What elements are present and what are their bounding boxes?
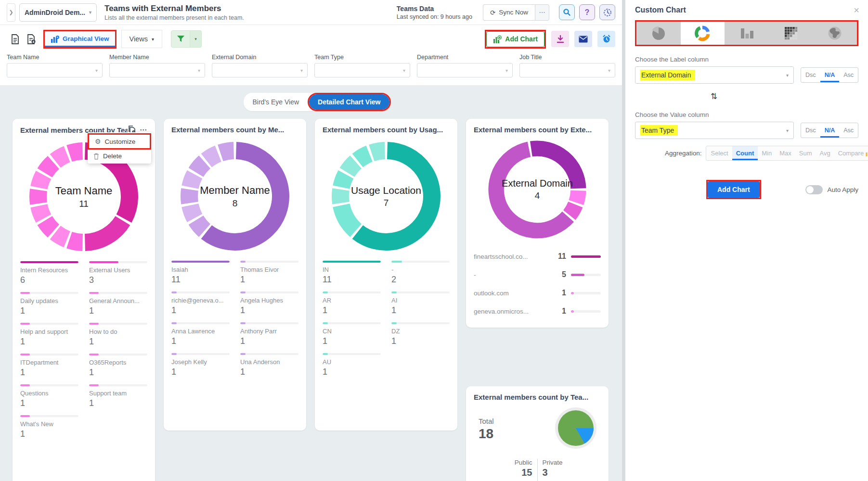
pie-chart <box>554 406 598 450</box>
filter-select-team-type[interactable]: ▾ <box>314 63 410 77</box>
legend-item-daily-updates: Daily updates 1 <box>20 292 78 316</box>
views-dropdown[interactable]: Views ▾ <box>121 30 162 48</box>
table-view-button[interactable] <box>7 31 23 47</box>
trash-icon <box>93 153 99 160</box>
auto-apply-toggle[interactable] <box>805 185 823 194</box>
filter-select-department[interactable]: ▾ <box>417 63 513 77</box>
help-button[interactable]: ? <box>579 4 595 20</box>
sort-option-asc[interactable]: Asc <box>839 123 858 138</box>
donut-chart <box>329 139 443 253</box>
sync-now-button[interactable]: ⟳ Sync Now <box>483 4 535 21</box>
alert-button[interactable] <box>597 31 615 47</box>
donut-chart <box>486 139 588 240</box>
aggregation-option-count[interactable]: Count <box>732 146 758 160</box>
legend-label: fineartsschool.co... <box>474 253 555 260</box>
document-icon <box>11 34 20 44</box>
aggregation-option-sum[interactable]: Sum <box>795 146 816 160</box>
view-toggle: Bird's Eye View Detailed Chart View <box>244 93 390 111</box>
legend-label: Intern Resources <box>20 266 78 274</box>
legend-label: Support team <box>89 390 147 397</box>
legend-label: CN <box>323 328 381 335</box>
graphical-view-tab[interactable]: Graphical View <box>45 31 115 47</box>
legend-value: 1 <box>391 336 450 346</box>
legend-label: Daily updates <box>20 297 78 304</box>
chart-type-pie-icon[interactable] <box>636 22 681 45</box>
toolbar-right: Add Chart <box>485 30 615 49</box>
filter-field-member-name: Member Name ▾ <box>109 54 205 77</box>
legend-value: 1 <box>562 307 566 316</box>
close-icon[interactable]: × <box>854 5 859 16</box>
add-chart-button[interactable]: Add Chart <box>486 31 544 47</box>
filter-select-team-name[interactable]: ▾ <box>7 63 103 77</box>
filter-select-member-name[interactable]: ▾ <box>109 63 205 77</box>
aggregation-option-max[interactable]: Max <box>776 146 795 160</box>
filter-group: ▾ <box>171 30 202 48</box>
legend-item-general-announ: General Announ... 1 <box>89 292 147 316</box>
value-column-select[interactable]: Team Type ▾ <box>635 122 794 139</box>
sort-option-dsc[interactable]: Dsc <box>801 68 820 82</box>
legend-label: richie@geneva.o... <box>171 297 230 304</box>
aggregation-option-avg[interactable]: Avg <box>816 146 834 160</box>
legend-label: - <box>474 271 559 278</box>
search-button[interactable] <box>559 4 575 20</box>
chart-type-map-icon[interactable] <box>813 22 857 45</box>
legend-item-una-anderson: Una Anderson 1 <box>240 353 298 377</box>
refresh-icon: ⟳ <box>490 9 495 16</box>
top-bar: ❯ AdminDroid Dem... ▾ Teams with Externa… <box>0 0 622 25</box>
value-sort-group: DscN/AAsc <box>801 123 858 138</box>
sort-option-dsc[interactable]: Dsc <box>801 123 820 138</box>
aggregation-option-min[interactable]: Min <box>758 146 776 160</box>
legend-label: AU <box>323 358 381 366</box>
legend-label: Angela Hughes <box>240 297 298 304</box>
aggregation-option-compare[interactable]: Compare <box>834 146 868 160</box>
birds-eye-view-tab[interactable]: Bird's Eye View <box>244 94 308 110</box>
card-title: External members count by Exte... <box>474 126 592 134</box>
custom-chart-panel: Custom Chart × Choose the Label column E… <box>622 0 868 481</box>
legend-value: 1 <box>171 367 230 377</box>
filter-label: Department <box>417 54 513 61</box>
org-dropdown[interactable]: AdminDroid Dem... ▾ <box>19 3 97 22</box>
summary-view-button[interactable] <box>23 31 39 47</box>
legend-label: O365Reports <box>89 359 147 366</box>
donut-segment-how-to-do <box>39 206 44 218</box>
sync-more-button[interactable]: ⋯ <box>535 4 549 21</box>
panel-add-chart-button[interactable]: Add Chart <box>708 181 760 198</box>
legend-value: 1 <box>323 336 381 346</box>
chart-type-bar-icon[interactable] <box>725 22 769 45</box>
topbar-right: Teams Data Last synced on: 9 hours ago ⟳… <box>397 4 615 21</box>
label-column-select[interactable]: External Domain ▾ <box>635 66 794 84</box>
legend-item-in: IN 11 <box>323 261 381 285</box>
legend-item-ar: AR 1 <box>323 291 381 316</box>
legend-label: Questions <box>20 390 78 397</box>
aggregation-option-select[interactable]: Select <box>707 146 732 160</box>
legend-item-angela-hughes: Angela Hughes 1 <box>240 291 298 316</box>
legend-value: 1 <box>20 398 78 408</box>
email-button[interactable] <box>574 31 592 47</box>
filter-select-external-domain[interactable]: ▾ <box>212 63 308 77</box>
chart-type-donut-icon[interactable] <box>681 22 725 45</box>
sort-option-n-a[interactable]: N/A <box>820 68 840 82</box>
sort-option-n-a[interactable]: N/A <box>820 123 840 138</box>
filter-select-job-title[interactable]: ▾ <box>519 63 615 77</box>
filter-caret-button[interactable]: ▾ <box>190 30 202 48</box>
legend-item-thomas-eivor: Thomas Eivor 1 <box>240 261 298 285</box>
download-button[interactable] <box>551 31 569 47</box>
menu-item-delete[interactable]: Delete <box>88 150 151 163</box>
schedule-button[interactable] <box>599 4 615 20</box>
chart-type-heatmap-icon[interactable] <box>769 22 813 45</box>
sort-option-asc[interactable]: Asc <box>839 68 858 82</box>
legend-item-blank: - 5 <box>474 266 601 284</box>
filter-button[interactable] <box>171 30 190 48</box>
sidebar-collapse-button[interactable]: ❯ <box>7 3 15 22</box>
value-column-row: Team Type ▾ DscN/AAsc <box>635 122 858 139</box>
legend-item-blank: - 2 <box>391 261 450 285</box>
summary-body: Total 18 <box>474 406 601 452</box>
donut-segment-outlook-com <box>576 190 578 203</box>
sync-meta: Teams Data Last synced on: 9 hours ago <box>397 5 472 20</box>
detailed-chart-view-tab[interactable]: Detailed Chart View <box>309 94 389 110</box>
legend-label: ITDepartment <box>20 359 78 366</box>
menu-item-customize[interactable]: ⚙ Customize <box>89 135 150 148</box>
swap-columns-button[interactable]: ⇅ <box>635 91 793 101</box>
legend-value: 6 <box>20 275 78 285</box>
page-subtitle: Lists all the external members present i… <box>104 14 244 21</box>
